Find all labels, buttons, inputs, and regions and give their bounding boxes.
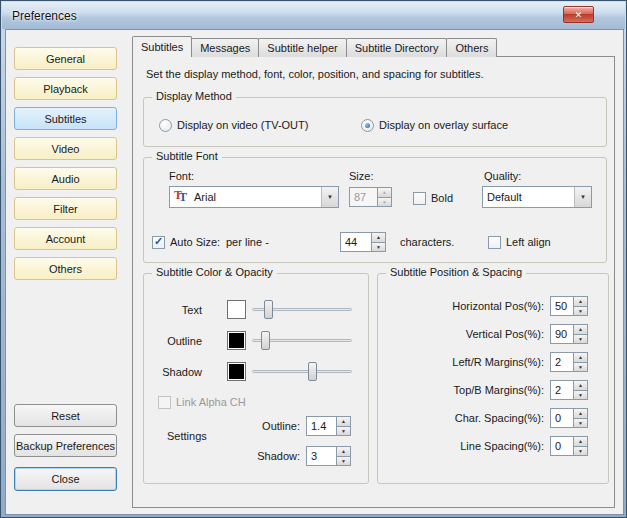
spinner-down-button[interactable]: ▼ [377, 198, 392, 208]
spinner-down-button[interactable]: ▼ [573, 447, 588, 457]
link-alpha-checkbox[interactable]: Link Alpha CH [158, 394, 246, 410]
sidebar-item-video[interactable]: Video [14, 137, 117, 160]
radio-display-on-video[interactable]: Display on video (TV-OUT) [159, 117, 308, 133]
spinner-value[interactable]: 0 [550, 408, 573, 428]
slider-thumb[interactable] [261, 331, 270, 350]
spinner-value[interactable]: 1.4 [306, 416, 336, 436]
dropdown-button[interactable]: ▼ [574, 187, 591, 207]
window-close-button[interactable]: ✕ [563, 6, 594, 23]
spinner-up-button[interactable]: ▲ [336, 446, 351, 457]
spinner-up-button[interactable]: ▲ [573, 324, 588, 335]
spinner-down-button[interactable]: ▼ [573, 335, 588, 345]
outline-color-swatch[interactable] [227, 331, 246, 350]
spinner-down-button[interactable]: ▼ [573, 363, 588, 373]
spinner-down-button[interactable]: ▼ [573, 419, 588, 429]
chars-per-line-spinner[interactable]: 44 ▲ ▼ [340, 232, 386, 252]
close-button[interactable]: Close [14, 467, 117, 491]
subtitle-position-group: Subtitle Position & Spacing Horizontal P… [377, 273, 609, 484]
font-size-spinner[interactable]: 87 ▲ ▼ [349, 187, 392, 207]
backup-preferences-button[interactable]: Backup Preferences [14, 434, 117, 457]
spinner-value[interactable]: 2 [550, 380, 573, 400]
spinner-down-button[interactable]: ▼ [573, 307, 588, 317]
slider-thumb[interactable] [264, 300, 273, 319]
spinner-value[interactable]: 2 [550, 352, 573, 372]
tab-subtitle-directory[interactable]: Subtitle Directory [346, 38, 448, 57]
sidebar-item-playback[interactable]: Playback [14, 77, 117, 100]
text-opacity-slider[interactable] [252, 300, 352, 320]
sidebar-item-filter[interactable]: Filter [14, 197, 117, 220]
spinner-value[interactable]: 44 [340, 232, 371, 252]
down-arrow-icon: ▼ [376, 244, 381, 250]
quality-value: Default [483, 191, 574, 203]
settings-label: Settings [167, 426, 207, 446]
outline-thickness-spinner[interactable]: 1.4 ▲ ▼ [306, 416, 351, 436]
spinner-value[interactable]: 0 [550, 436, 573, 456]
left-align-checkbox[interactable]: Left align [488, 234, 551, 250]
up-arrow-icon: ▲ [578, 298, 583, 304]
spinner-down-button[interactable]: ▼ [371, 243, 386, 253]
char-spacing-spinner[interactable]: 0 ▲ ▼ [550, 408, 588, 428]
sidebar-item-subtitles[interactable]: Subtitles [14, 107, 117, 130]
lr-margins-spinner[interactable]: 2 ▲ ▼ [550, 352, 588, 372]
spinner-value[interactable]: 90 [550, 324, 573, 344]
shadow-color-swatch[interactable] [227, 362, 246, 381]
radio-label: Display on overlay surface [379, 119, 508, 131]
spinner-up-button[interactable]: ▲ [371, 232, 386, 243]
tab-messages[interactable]: Messages [191, 38, 259, 57]
up-arrow-icon: ▲ [578, 410, 583, 416]
up-arrow-icon: ▲ [578, 326, 583, 332]
vertical-pos-label: Vertical Pos(%): [382, 324, 544, 344]
slider-thumb[interactable] [308, 362, 317, 381]
down-arrow-icon: ▼ [578, 420, 583, 426]
horizontal-pos-spinner[interactable]: 50 ▲ ▼ [550, 296, 588, 316]
spinner-value[interactable]: 3 [306, 446, 336, 466]
reset-button[interactable]: Reset [14, 404, 117, 427]
vertical-pos-spinner[interactable]: 90 ▲ ▼ [550, 324, 588, 344]
shadow-depth-spinner[interactable]: 3 ▲ ▼ [306, 446, 351, 466]
tab-strip: Subtitles Messages Subtitle helper Subti… [132, 36, 496, 57]
group-title: Subtitle Position & Spacing [386, 266, 526, 278]
sidebar-item-account[interactable]: Account [14, 227, 117, 250]
line-spacing-spinner[interactable]: 0 ▲ ▼ [550, 436, 588, 456]
spinner-up-button[interactable]: ▲ [336, 416, 351, 427]
spinner-up-button[interactable]: ▲ [573, 352, 588, 363]
spinner-value[interactable]: 87 [349, 187, 377, 207]
up-arrow-icon: ▲ [578, 354, 583, 360]
spinner-down-button[interactable]: ▼ [573, 391, 588, 401]
outline-opacity-slider[interactable] [252, 331, 352, 351]
characters-label: characters. [400, 232, 454, 252]
spinner-up-button[interactable]: ▲ [573, 408, 588, 419]
spinner-value[interactable]: 50 [550, 296, 573, 316]
group-title: Subtitle Font [152, 150, 222, 162]
dropdown-button[interactable]: ▼ [321, 187, 338, 207]
quality-dropdown[interactable]: Default ▼ [482, 186, 592, 208]
down-arrow-icon: ▼ [341, 458, 346, 464]
spinner-up-button[interactable]: ▲ [573, 436, 588, 447]
shadow-opacity-slider[interactable] [252, 362, 352, 382]
checkbox-checked-icon: ✓ [152, 236, 165, 249]
tab-subtitles[interactable]: Subtitles [132, 36, 192, 57]
spinner-up-button[interactable]: ▲ [573, 380, 588, 391]
spinner-down-button[interactable]: ▼ [336, 457, 351, 467]
radio-label: Display on video (TV-OUT) [177, 119, 308, 131]
auto-size-checkbox[interactable]: ✓ Auto Size: [152, 234, 220, 250]
radio-display-on-overlay[interactable]: Display on overlay surface [361, 117, 508, 133]
tab-others[interactable]: Others [446, 38, 497, 57]
sidebar-item-audio[interactable]: Audio [14, 167, 117, 190]
bold-checkbox[interactable]: Bold [413, 190, 453, 206]
checkbox-label: Link Alpha CH [176, 396, 246, 408]
up-arrow-icon: ▲ [376, 234, 381, 240]
spinner-up-button[interactable]: ▲ [573, 296, 588, 307]
font-dropdown[interactable]: T T Arial ▼ [169, 186, 339, 208]
tab-subtitle-helper[interactable]: Subtitle helper [258, 38, 346, 57]
sidebar-item-general[interactable]: General [14, 47, 117, 70]
per-line-label: per line - [226, 232, 269, 252]
titlebar[interactable]: Preferences [2, 2, 625, 29]
font-value: Arial [190, 191, 321, 203]
spinner-down-button[interactable]: ▼ [336, 427, 351, 437]
tb-margins-spinner[interactable]: 2 ▲ ▼ [550, 380, 588, 400]
spinner-up-button[interactable]: ▲ [377, 187, 392, 198]
text-color-swatch[interactable] [227, 300, 246, 319]
sidebar-item-others[interactable]: Others [14, 257, 117, 280]
window-title: Preferences [12, 9, 77, 23]
